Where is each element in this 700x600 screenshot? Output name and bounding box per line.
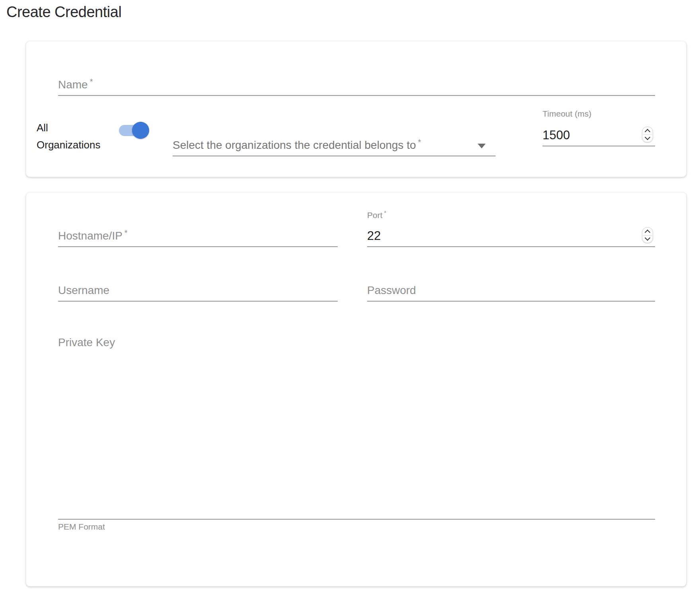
password-field: Password [367, 279, 655, 302]
organizations-select[interactable]: Select the organizations the credential … [173, 129, 496, 156]
all-organizations-toggle[interactable] [119, 122, 149, 139]
pem-format-hint: PEM Format [58, 522, 105, 532]
port-input[interactable] [367, 229, 455, 243]
private-key-field: Private Key [58, 334, 655, 520]
port-field: Port* [367, 209, 655, 247]
hostname-input[interactable] [58, 224, 338, 246]
name-input[interactable] [58, 73, 655, 95]
password-input[interactable] [367, 279, 655, 301]
name-field: Name* [58, 73, 655, 96]
chevron-down-icon [645, 134, 650, 140]
chevron-up-icon [645, 129, 650, 134]
port-stepper [642, 227, 653, 243]
general-card: Name* All Organizations Select the organ… [26, 41, 686, 177]
required-asterisk: * [384, 209, 387, 216]
timeout-stepper [642, 127, 653, 142]
toggle-thumb [132, 122, 149, 139]
chevron-down-icon [478, 144, 486, 148]
page-title: Create Credential [6, 3, 121, 21]
timeout-label: Timeout (ms) [542, 109, 591, 119]
private-key-textarea[interactable] [58, 334, 655, 519]
timeout-stepper-up[interactable] [642, 127, 653, 134]
organizations-select-placeholder: Select the organizations the credential … [173, 138, 421, 152]
port-label: Port* [367, 209, 386, 220]
connection-card: Port* Hostname/IP* Username Password Pri… [26, 192, 686, 586]
username-field: Username [58, 279, 338, 302]
timeout-input[interactable] [542, 128, 630, 142]
required-asterisk: * [418, 138, 421, 146]
timeout-stepper-down[interactable] [642, 134, 653, 142]
port-stepper-down[interactable] [642, 235, 653, 243]
username-input[interactable] [58, 279, 338, 301]
chevron-down-icon [645, 235, 650, 241]
port-stepper-up[interactable] [642, 228, 653, 235]
timeout-field: Timeout (ms) [542, 109, 655, 146]
hostname-field: Hostname/IP* [58, 224, 338, 247]
all-organizations-label: All Organizations [37, 119, 110, 154]
chevron-up-icon [645, 230, 650, 235]
